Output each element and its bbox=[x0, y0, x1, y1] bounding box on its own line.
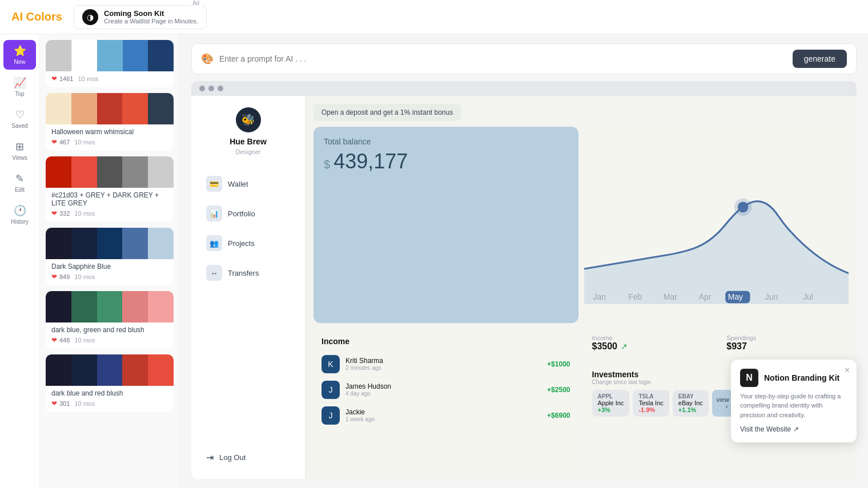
chevron-right-icon: › bbox=[726, 403, 728, 410]
income-name-1: Kriti Sharma bbox=[345, 357, 383, 365]
stock-chip-ebay[interactable]: EBAY eBay Inc +1.1% bbox=[673, 390, 709, 417]
income-details-1: Kriti Sharma 2 minutes ago bbox=[345, 357, 383, 371]
nav-item-transfers[interactable]: ↔ Transfers bbox=[200, 260, 296, 285]
svg-text:Mar: Mar bbox=[664, 292, 677, 301]
ad-subtitle: Create a Waitlist Page in Minutes. bbox=[104, 18, 198, 25]
income-name-3: Jackie bbox=[345, 408, 375, 416]
logout-label: Log Out bbox=[219, 453, 246, 462]
spendings-stat-value: $937 bbox=[726, 341, 841, 352]
nav-item-projects[interactable]: 👥 Projects bbox=[200, 231, 296, 256]
color-name-2: Halloween warm whimsical bbox=[51, 128, 168, 136]
popup-visit-link[interactable]: Visit the Website ↗ bbox=[740, 425, 847, 433]
color-name-6: dark blue and red blush bbox=[51, 389, 168, 397]
income-avatar-3: J bbox=[322, 406, 340, 425]
app-logo: AI Colors bbox=[11, 10, 62, 23]
wallet-icon: 💳 bbox=[206, 176, 222, 192]
search-input[interactable] bbox=[219, 54, 787, 63]
ad-text: Coming Soon Kit Create a Waitlist Page i… bbox=[104, 9, 198, 25]
color-card-1[interactable]: ❤ 1461 10 mos bbox=[46, 40, 174, 87]
edit-icon: ✎ bbox=[15, 172, 24, 185]
color-swatch-3 bbox=[46, 156, 174, 188]
stock-ticker-appl: APPL bbox=[598, 393, 624, 400]
income-details-2: James Hudson 4 day ago bbox=[345, 382, 391, 397]
grid-icon: ⊞ bbox=[15, 140, 24, 153]
nav-label-transfers: Transfers bbox=[228, 269, 259, 277]
stock-name-tsla: Tesla Inc bbox=[638, 400, 663, 406]
sidebar-item-new[interactable]: ⭐ New bbox=[3, 40, 36, 70]
sidebar-label-top: Top bbox=[15, 91, 24, 97]
income-card: Income K Kriti Sharma 2 minutes ago +$10… bbox=[314, 329, 578, 471]
popup-header: N Notion Branding Kit bbox=[740, 369, 847, 387]
spendings-stat-box: Spendings $937 bbox=[718, 329, 849, 357]
like-count-2: ❤ 467 bbox=[51, 138, 70, 146]
color-card-5[interactable]: dark blue, green and red blush ❤ 448 10 … bbox=[46, 291, 174, 349]
chart-svg: Jan Feb Mar Apr May Jun Jul bbox=[584, 127, 849, 323]
color-card-3[interactable]: #c21d03 + GREY + DARK GREY + LITE GREY ❤… bbox=[46, 156, 174, 222]
finance-sidebar: 🐝 Hue Brew Designer 💳 Wallet 📊 Portfolio bbox=[191, 96, 306, 479]
finance-nav-items: 💳 Wallet 📊 Portfolio 👥 Projects ↔ bbox=[200, 171, 296, 436]
trending-up-icon: 📈 bbox=[14, 76, 26, 89]
svg-text:Jul: Jul bbox=[803, 292, 813, 301]
like-count-3: ❤ 332 bbox=[51, 209, 70, 217]
sidebar-label-edit: Edit bbox=[15, 187, 25, 193]
ad-banner[interactable]: Ad ◑ Coming Soon Kit Create a Waitlist P… bbox=[74, 5, 207, 29]
titlebar-dot-3 bbox=[218, 86, 223, 91]
trend-up-icon: ↗ bbox=[621, 342, 628, 351]
logout-item[interactable]: ⇥ Log Out bbox=[200, 447, 296, 467]
stock-change-appl: +3% bbox=[598, 406, 624, 413]
balance-card: Total balance $ 439,177 bbox=[314, 127, 578, 323]
balance-currency: $ bbox=[324, 158, 330, 171]
sidebar-item-edit[interactable]: ✎ Edit bbox=[0, 168, 39, 197]
nav-item-wallet[interactable]: 💳 Wallet bbox=[200, 171, 296, 196]
user-role: Designer bbox=[235, 148, 260, 155]
like-count-4: ❤ 849 bbox=[51, 273, 70, 281]
titlebar-dot-2 bbox=[208, 86, 214, 91]
svg-point-2 bbox=[734, 198, 752, 216]
sidebar-item-saved[interactable]: ♡ Saved bbox=[0, 104, 39, 134]
income-name-2: James Hudson bbox=[345, 382, 391, 390]
color-card-4[interactable]: Dark Sapphire Blue ❤ 849 10 mos bbox=[46, 228, 174, 285]
color-name-3: #c21d03 + GREY + DARK GREY + LITE GREY bbox=[51, 191, 168, 207]
svg-text:May: May bbox=[728, 292, 742, 301]
income-time-2: 4 day ago bbox=[345, 390, 391, 397]
income-avatar-1: K bbox=[322, 355, 340, 373]
generate-button[interactable]: generate bbox=[793, 50, 847, 68]
user-avatar: 🐝 bbox=[236, 107, 261, 132]
sidebar-item-views[interactable]: ⊞ Views bbox=[0, 136, 39, 166]
svg-text:Jan: Jan bbox=[593, 292, 605, 301]
stock-chip-tsla[interactable]: TSLA Tesla Inc -1.9% bbox=[633, 390, 669, 417]
sidebar-item-top[interactable]: 📈 Top bbox=[0, 72, 39, 102]
income-item-1: K Kriti Sharma 2 minutes ago +$1000 bbox=[322, 352, 570, 377]
user-profile: 🐝 Hue Brew Designer bbox=[200, 107, 296, 155]
stock-name-appl: Apple Inc bbox=[598, 400, 624, 406]
ai-icon: 🎨 bbox=[201, 53, 214, 65]
color-meta-2: ❤ 467 10 mos bbox=[51, 138, 168, 146]
income-amount-1: +$1000 bbox=[547, 360, 570, 368]
popup-close-button[interactable]: × bbox=[845, 365, 850, 376]
user-name: Hue Brew bbox=[230, 137, 267, 146]
bonus-banner: Open a deposit and get a 1% instant bonu… bbox=[314, 104, 461, 121]
popup-title: Notion Branding Kit bbox=[764, 373, 839, 382]
color-swatch-6 bbox=[46, 354, 174, 386]
nav-item-portfolio[interactable]: 📊 Portfolio bbox=[200, 201, 296, 226]
like-count-5: ❤ 448 bbox=[51, 336, 70, 344]
svg-text:Jun: Jun bbox=[765, 292, 777, 301]
color-card-6[interactable]: dark blue and red blush ❤ 301 10 mos bbox=[46, 354, 174, 412]
popup-brand-icon: N bbox=[740, 369, 758, 387]
balance-label: Total balance bbox=[324, 137, 568, 146]
logo-text: AI Colors bbox=[11, 10, 62, 23]
color-swatch-5 bbox=[46, 291, 174, 322]
color-swatch-2 bbox=[46, 93, 174, 124]
heart-icon: ♡ bbox=[15, 108, 25, 121]
color-card-2[interactable]: Halloween warm whimsical ❤ 467 10 mos bbox=[46, 93, 174, 151]
stock-name-ebay: eBay Inc bbox=[678, 400, 703, 406]
search-bar: 🎨 generate bbox=[191, 43, 857, 74]
like-count-6: ❤ 301 bbox=[51, 400, 70, 408]
income-item-3: J Jackie 1 week ago +$6900 bbox=[322, 403, 570, 428]
stock-chip-appl[interactable]: APPL Apple Inc +3% bbox=[592, 390, 630, 417]
transfers-icon: ↔ bbox=[206, 265, 222, 281]
notion-popup: × N Notion Branding Kit Your step-by-ste… bbox=[731, 360, 857, 443]
sidebar-item-history[interactable]: 🕐 History bbox=[0, 200, 39, 229]
income-details-3: Jackie 1 week ago bbox=[345, 408, 375, 422]
sidebar-label-views: Views bbox=[12, 155, 27, 161]
